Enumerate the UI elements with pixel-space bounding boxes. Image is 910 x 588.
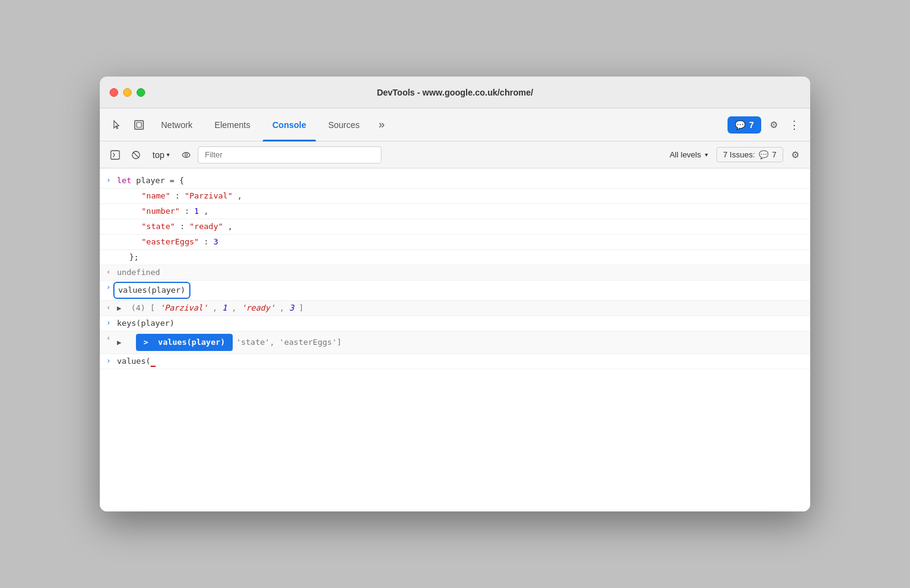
tab-elements[interactable]: Elements: [205, 108, 260, 141]
block-icon-button[interactable]: [127, 146, 145, 164]
console-line: "number" : 1 ,: [100, 204, 810, 219]
kebab-icon: ⋮: [789, 118, 800, 132]
result-array-line: ‹ ▶ (4) [ 'Parzival' , 1 , 'ready' , 3 ]: [100, 301, 810, 316]
chat-bubble-icon-sub: 💬: [759, 150, 769, 159]
context-label: top: [152, 150, 164, 160]
filter-input[interactable]: [198, 146, 382, 164]
console-line: › let player = {: [100, 173, 810, 189]
console-line: "name" : "Parzival" ,: [100, 189, 810, 204]
line-gutter: ‹: [100, 333, 117, 342]
levels-label: All levels: [669, 150, 701, 159]
autocomplete-text: values(player): [158, 336, 225, 349]
console-line: };: [100, 250, 810, 265]
gear-icon-sub: ⚙: [791, 149, 799, 160]
settings-button[interactable]: ⚙: [764, 115, 783, 135]
issues-sub-badge[interactable]: 7 Issues: 💬 7: [716, 147, 783, 162]
close-button[interactable]: [110, 88, 118, 97]
devtools-window: DevTools - www.google.co.uk/chrome/ Netw…: [100, 77, 810, 511]
cursor-tool-button[interactable]: [107, 115, 127, 135]
issues-sub-label: 7 Issues:: [723, 150, 755, 159]
svg-line-4: [133, 152, 139, 157]
expand-icon: ▶: [117, 336, 121, 349]
minimize-button[interactable]: [123, 88, 132, 97]
chevron-down-icon: ▾: [167, 151, 170, 158]
highlighted-command: values(player): [113, 282, 190, 299]
chat-bubble-icon: 💬: [735, 120, 745, 130]
autocomplete-suggestion[interactable]: > values(player): [136, 334, 232, 351]
context-selector[interactable]: top ▾: [148, 148, 175, 162]
gear-icon: ⚙: [770, 119, 778, 130]
console-line: "easterEggs" : 3: [100, 235, 810, 250]
log-levels-button[interactable]: All levels ▾: [663, 148, 713, 162]
issues-sub-count: 7: [772, 150, 777, 159]
current-input-line[interactable]: › values(: [100, 354, 810, 369]
line-gutter: [100, 236, 117, 237]
line-gutter: ›: [100, 355, 117, 365]
svg-rect-0: [135, 121, 143, 129]
expand-icon[interactable]: ▶: [117, 304, 121, 312]
console-line: "state" : "ready" ,: [100, 219, 810, 235]
highlighted-input-line: › values(player): [100, 281, 810, 301]
console-line: › keys(player): [100, 316, 810, 331]
titlebar: DevTools - www.google.co.uk/chrome/: [100, 77, 810, 108]
autocomplete-prompt: >: [143, 336, 148, 349]
console-toolbar: top ▾ All levels ▾ 7 Issues: 💬 7 ⚙: [100, 141, 810, 168]
result-blurred-line: ‹ ▶ > values(player) 'state', 'easterEgg…: [100, 331, 810, 354]
svg-rect-1: [137, 123, 141, 127]
console-output: › let player = { "name" : "Parzival" , "…: [100, 168, 810, 511]
result-line: ‹ undefined: [100, 265, 810, 281]
tab-console[interactable]: Console: [263, 108, 316, 141]
eye-button[interactable]: [177, 146, 195, 164]
chevron-down-icon: ▾: [705, 151, 708, 158]
svg-point-5: [182, 153, 190, 157]
line-gutter: [100, 190, 117, 191]
tab-sources[interactable]: Sources: [318, 108, 369, 141]
line-gutter: ‹: [100, 302, 117, 312]
issues-count: 7: [749, 120, 754, 130]
more-tabs-button[interactable]: »: [372, 115, 391, 135]
line-gutter: ‹: [100, 266, 117, 276]
tab-network[interactable]: Network: [151, 108, 202, 141]
svg-rect-2: [111, 151, 119, 159]
cursor-indicator: [151, 356, 156, 367]
console-settings-button[interactable]: ⚙: [786, 146, 804, 164]
line-gutter: [100, 251, 117, 252]
clear-console-button[interactable]: [106, 146, 124, 164]
line-gutter: ›: [100, 175, 117, 184]
line-gutter: [100, 205, 117, 206]
line-gutter: ›: [100, 317, 117, 327]
window-title: DevTools - www.google.co.uk/chrome/: [377, 88, 533, 97]
inspect-element-button[interactable]: [129, 115, 149, 135]
tab-bar: Network Elements Console Sources » 💬 7 ⚙…: [100, 108, 810, 141]
traffic-lights: [110, 88, 145, 97]
svg-point-6: [185, 154, 187, 156]
maximize-button[interactable]: [137, 88, 145, 97]
more-options-button[interactable]: ⋮: [786, 115, 803, 135]
line-gutter: [100, 221, 117, 222]
issues-badge[interactable]: 💬 7: [728, 116, 761, 134]
